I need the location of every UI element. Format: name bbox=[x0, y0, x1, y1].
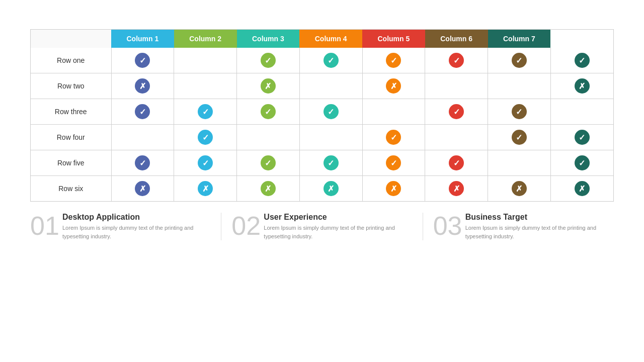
cell-3-1: ✓ bbox=[111, 99, 174, 125]
cell-1-7: ✓ bbox=[488, 48, 551, 73]
cell-4-1 bbox=[111, 125, 174, 150]
cell-1-6: ✓ bbox=[425, 48, 488, 73]
cell-4-8: ✓ bbox=[550, 125, 613, 150]
cell-1-2 bbox=[174, 48, 237, 73]
cell-6-3: ✗ bbox=[237, 176, 300, 202]
cross-icon: ✗ bbox=[512, 181, 527, 196]
cell-6-7: ✗ bbox=[488, 176, 551, 202]
divider bbox=[221, 213, 221, 240]
cell-6-8: ✗ bbox=[550, 176, 613, 202]
check-icon: ✓ bbox=[261, 53, 276, 68]
check-icon: ✓ bbox=[449, 53, 464, 68]
bottom-text-2: User ExperienceLorem Ipsum is simply dum… bbox=[264, 213, 412, 240]
cell-4-6 bbox=[425, 125, 488, 150]
cell-3-3: ✓ bbox=[237, 99, 300, 125]
cell-4-7: ✓ bbox=[488, 125, 551, 150]
slide: Column 1Column 2Column 3Column 4Column 5… bbox=[0, 0, 644, 362]
cross-icon: ✗ bbox=[261, 181, 276, 196]
check-icon: ✓ bbox=[449, 104, 464, 119]
cell-6-1: ✗ bbox=[111, 176, 174, 202]
cell-5-7 bbox=[488, 150, 551, 176]
cell-6-6: ✗ bbox=[425, 176, 488, 202]
cross-icon: ✗ bbox=[386, 181, 401, 196]
check-icon: ✓ bbox=[135, 53, 150, 68]
check-icon: ✓ bbox=[575, 155, 590, 170]
bottom-heading-3: Business Target bbox=[465, 213, 614, 222]
row-label-5: Row five bbox=[31, 150, 111, 176]
cross-icon: ✗ bbox=[449, 181, 464, 196]
col-header-2: Column 2 bbox=[174, 30, 237, 48]
bottom-text-1: Desktop ApplicationLorem Ipsum is simply… bbox=[62, 213, 211, 240]
col-header-6: Column 6 bbox=[425, 30, 488, 48]
check-icon: ✓ bbox=[261, 104, 276, 119]
cross-icon: ✗ bbox=[198, 181, 213, 196]
check-icon: ✓ bbox=[575, 130, 590, 145]
cell-2-5: ✗ bbox=[362, 73, 425, 99]
row-label-1: Row one bbox=[31, 48, 111, 73]
table-row: Row two✗✗✗✗ bbox=[31, 73, 613, 99]
bottom-heading-2: User Experience bbox=[264, 213, 412, 222]
table-row: Row five✓✓✓✓✓✓✓ bbox=[31, 150, 613, 176]
check-icon: ✓ bbox=[449, 155, 464, 170]
bottom-section: 01Desktop ApplicationLorem Ipsum is simp… bbox=[30, 213, 614, 240]
cell-5-1: ✓ bbox=[111, 150, 174, 176]
check-icon: ✓ bbox=[512, 130, 527, 145]
cell-4-5: ✓ bbox=[362, 125, 425, 150]
row-label-4: Row four bbox=[31, 125, 111, 150]
check-icon: ✓ bbox=[135, 155, 150, 170]
cell-3-5 bbox=[362, 99, 425, 125]
bottom-item-2: 02User ExperienceLorem Ipsum is simply d… bbox=[231, 213, 412, 240]
cell-2-7 bbox=[488, 73, 551, 99]
row-label-2: Row two bbox=[31, 73, 111, 99]
divider bbox=[423, 213, 423, 240]
check-icon: ✓ bbox=[386, 53, 401, 68]
bottom-text-3: Business TargetLorem Ipsum is simply dum… bbox=[465, 213, 614, 240]
cell-6-5: ✗ bbox=[362, 176, 425, 202]
cell-1-5: ✓ bbox=[362, 48, 425, 73]
col-header-3: Column 3 bbox=[237, 30, 300, 48]
cell-2-6 bbox=[425, 73, 488, 99]
col-header-1: Column 1 bbox=[111, 30, 174, 48]
cell-5-8: ✓ bbox=[550, 150, 613, 176]
cross-icon: ✗ bbox=[575, 181, 590, 196]
col-header-7: Column 7 bbox=[488, 30, 551, 48]
cell-1-3: ✓ bbox=[237, 48, 300, 73]
cell-5-2: ✓ bbox=[174, 150, 237, 176]
bottom-heading-1: Desktop Application bbox=[62, 213, 211, 222]
cell-2-1: ✗ bbox=[111, 73, 174, 99]
cell-2-2 bbox=[174, 73, 237, 99]
check-icon: ✓ bbox=[386, 130, 401, 145]
bottom-body-1: Lorem Ipsum is simply dummy text of the … bbox=[62, 224, 211, 240]
check-icon: ✓ bbox=[512, 53, 527, 68]
row-label-3: Row three bbox=[31, 99, 111, 125]
cross-icon: ✗ bbox=[261, 78, 276, 94]
col-header-5: Column 5 bbox=[362, 30, 425, 48]
cell-2-4 bbox=[299, 73, 362, 99]
cell-4-3 bbox=[237, 125, 300, 150]
cell-5-5: ✓ bbox=[362, 150, 425, 176]
check-icon: ✓ bbox=[512, 104, 527, 119]
col-header-4: Column 4 bbox=[299, 30, 362, 48]
cross-icon: ✗ bbox=[575, 78, 590, 94]
cross-icon: ✗ bbox=[135, 181, 150, 196]
cell-1-1: ✓ bbox=[111, 48, 174, 73]
cell-3-6: ✓ bbox=[425, 99, 488, 125]
check-icon: ✓ bbox=[324, 155, 339, 170]
bottom-number-3: 03 bbox=[433, 213, 458, 239]
cross-icon: ✗ bbox=[386, 78, 401, 94]
cell-4-2: ✓ bbox=[174, 125, 237, 150]
check-icon: ✓ bbox=[324, 53, 339, 68]
table-row: Row six✗✗✗✗✗✗✗✗ bbox=[31, 176, 613, 202]
bottom-body-3: Lorem Ipsum is simply dummy text of the … bbox=[465, 224, 614, 240]
bottom-number-2: 02 bbox=[231, 213, 257, 239]
table-row: Row three✓✓✓✓✓✓ bbox=[31, 99, 613, 125]
bottom-body-2: Lorem Ipsum is simply dummy text of the … bbox=[264, 224, 412, 240]
cell-4-4 bbox=[299, 125, 362, 150]
bottom-item-1: 01Desktop ApplicationLorem Ipsum is simp… bbox=[30, 213, 211, 240]
check-icon: ✓ bbox=[261, 155, 276, 170]
row-label-6: Row six bbox=[31, 176, 111, 202]
cell-5-4: ✓ bbox=[299, 150, 362, 176]
cell-5-6: ✓ bbox=[425, 150, 488, 176]
cell-5-3: ✓ bbox=[237, 150, 300, 176]
check-icon: ✓ bbox=[386, 155, 401, 170]
